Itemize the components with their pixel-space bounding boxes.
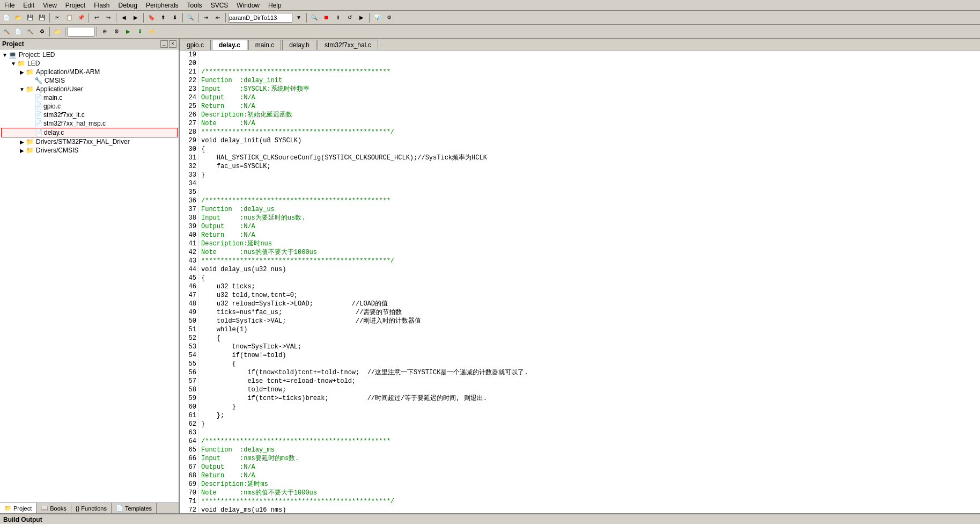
forward-btn[interactable]: ▶ [130,12,141,23]
code-line-32[interactable]: fac_us=SYSCLK; [201,162,978,171]
tree-item-root[interactable]: ▼ 💻 Project: LED [1,50,178,59]
code-line-61[interactable]: }; [201,411,978,420]
reset-btn[interactable]: ↺ [344,12,355,23]
code-line-25[interactable]: Return :N/A [201,102,978,111]
menu-debug[interactable]: Debug [114,2,142,9]
tab-templates[interactable]: 📄 Templates [112,503,157,513]
menu-help[interactable]: Help [264,2,286,9]
tree-item-app-user[interactable]: ▼ 📁 Application/User [1,85,178,93]
code-line-50[interactable]: told=SysTick->VAL; //刚进入时的计数器值 [201,317,978,325]
copy-btn[interactable]: 📋 [64,12,75,23]
code-line-68[interactable]: Return :N/A [201,471,978,480]
code-line-58[interactable]: told=tnow; [201,385,978,394]
code-line-42[interactable]: Note :nus的值不要大于1000us [201,248,978,257]
build-btn[interactable]: 🔨 [25,26,35,37]
menu-project[interactable]: Project [61,2,90,9]
code-line-27[interactable]: Note :N/A [201,119,978,128]
save-all-btn[interactable]: 💾 [36,12,47,23]
editor-tab-gpio[interactable]: gpio.c [180,40,211,50]
code-line-52[interactable]: { [201,334,978,343]
tree-item-stm32-it[interactable]: 📄 stm32f7xx_it.c [1,111,178,119]
tree-item-drv-cmsis[interactable]: ▶ 📁 Drivers/CMSIS [1,146,178,155]
code-line-53[interactable]: tnow=SysTick->VAL; [201,343,978,351]
menu-view[interactable]: View [39,2,61,9]
menu-tools[interactable]: Tools [183,2,207,9]
project-name-input[interactable]: LED [68,27,94,37]
settings-btn[interactable]: ⚙ [384,12,394,23]
flash-download-btn[interactable]: ⚡ [146,26,157,37]
code-line-39[interactable]: Output :N/A [201,222,978,231]
bookmark-btn[interactable]: 🔖 [146,12,157,23]
code-line-63[interactable] [201,428,978,437]
tree-item-drv-stm32[interactable]: ▶ 📁 Drivers/STM32F7xx_HAL_Driver [1,137,178,146]
target-input[interactable] [228,13,292,23]
code-line-67[interactable]: Output :N/A [201,463,978,471]
menu-window[interactable]: Window [232,2,264,9]
menu-peripherals[interactable]: Peripherals [142,2,183,9]
back-btn[interactable]: ◀ [119,12,129,23]
paste-btn[interactable]: 📌 [76,12,86,23]
code-line-34[interactable] [201,179,978,188]
code-line-26[interactable]: Description:初始化延迟函数 [201,111,978,119]
code-line-19[interactable] [201,50,978,59]
stop-btn[interactable]: ⏹ [321,12,331,23]
code-line-37[interactable]: Function :delay_us [201,205,978,214]
code-line-57[interactable]: else tcnt+=reload-tnow+told; [201,377,978,385]
code-line-49[interactable]: ticks=nus*fac_us; //需要的节拍数 [201,308,978,317]
code-line-60[interactable]: } [201,403,978,411]
next-bookmark-btn[interactable]: ⬇ [170,12,180,23]
code-line-46[interactable]: u32 ticks; [201,282,978,291]
tab-books[interactable]: 📖 Books [36,503,71,513]
new-file-btn[interactable]: 📄 [1,12,12,23]
code-line-47[interactable]: u32 told,tnow,tcnt=0; [201,291,978,300]
panel-close-btn[interactable]: × [169,40,176,48]
editor-tab-delay[interactable]: delay.c [212,40,247,50]
code-editor[interactable]: 1920212223242526272829303132333435363738… [180,50,980,513]
code-line-30[interactable]: { [201,145,978,154]
code-line-51[interactable]: while(1) [201,325,978,334]
target-select-btn[interactable]: ▼ [293,12,304,23]
menu-flash[interactable]: Flash [90,2,114,9]
tree-item-main-c[interactable]: 📄 main.c [1,93,178,102]
tree-item-gpio-c[interactable]: 📄 gpio.c [1,102,178,111]
code-line-36[interactable]: /***************************************… [201,196,978,205]
code-line-43[interactable]: ****************************************… [201,257,978,265]
code-line-59[interactable]: if(tcnt>=ticks)break; //时间超过/等于要延迟的时间, 则… [201,394,978,403]
code-line-41[interactable]: Description:延时nus [201,239,978,248]
prev-bookmark-btn[interactable]: ⬆ [158,12,168,23]
cut-btn[interactable]: ✂ [52,12,63,23]
code-line-40[interactable]: Return :N/A [201,231,978,239]
save-btn[interactable]: 💾 [25,12,35,23]
find-btn[interactable]: 🔍 [185,12,196,23]
tree-item-delay-c[interactable]: 📄 delay.c [1,128,178,137]
redo-btn[interactable]: ↪ [103,12,114,23]
code-line-23[interactable]: Input :SYSCLK:系统时钟频率 [201,85,978,93]
code-line-44[interactable]: void delay_us(u32 nus) [201,265,978,274]
code-line-29[interactable]: void delay_init(u8 SYSCLK) [201,136,978,145]
code-line-21[interactable]: /***************************************… [201,68,978,76]
code-line-69[interactable]: Description:延时ms [201,480,978,489]
editor-tab-main[interactable]: main.c [248,40,281,50]
code-line-31[interactable]: HAL_SYSTICK_CLKSourceConfig(SYSTICK_CLKS… [201,154,978,162]
menu-file[interactable]: File [0,2,19,9]
code-line-20[interactable] [201,59,978,68]
code-line-71[interactable]: ****************************************… [201,497,978,506]
tree-item-mdk-arm[interactable]: ▶ 📁 Application/MDK-ARM [1,68,178,76]
compile-btn[interactable]: 📄 [13,26,24,37]
code-line-56[interactable]: if(tnow<told)tcnt+=told-tnow; //这里注意一下SY… [201,368,978,377]
tree-item-stm32-msp[interactable]: 📄 stm32f7xx_hal_msp.c [1,119,178,128]
indent-btn[interactable]: ⇥ [201,12,211,23]
debug-start-btn[interactable]: ▶ [123,26,134,37]
options-btn[interactable]: ⚙ [111,26,122,37]
tab-project[interactable]: 📁 Project [0,503,36,513]
editor-tab-stm32-hal[interactable]: stm32f7xx_hal.c [318,40,378,50]
add-component-btn[interactable]: ⊕ [99,26,110,37]
tab-functions[interactable]: {} Functions [71,503,112,513]
tree-item-cmsis[interactable]: 🔧 CMSIS [1,76,178,85]
download-btn[interactable]: ⬇ [135,26,145,37]
run-btn[interactable]: ▶ [356,12,367,23]
code-line-48[interactable]: u32 reload=SysTick->LOAD; //LOAD的值 [201,300,978,308]
panel-minimize-btn[interactable]: _ [160,40,168,48]
build-target-btn[interactable]: 🔨 [1,26,12,37]
code-line-70[interactable]: Note :nms的值不要大于1000us [201,489,978,497]
